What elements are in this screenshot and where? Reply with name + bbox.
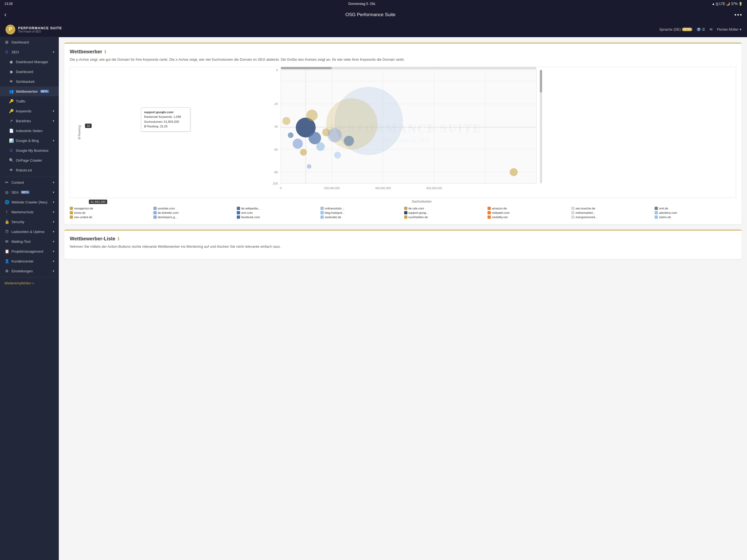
legend-dot	[320, 207, 324, 210]
sidebar-item-weiterempfehlen[interactable]: Weiterempfehlen »	[0, 278, 59, 288]
info-icon-wettbewerber[interactable]: ℹ	[104, 49, 106, 54]
legend-label: support.goog...	[409, 211, 429, 214]
svg-point-37	[328, 128, 342, 142]
einstellungen-icon: ⚙	[4, 269, 9, 273]
markenschutz-icon: !	[4, 210, 9, 214]
sea-beta-badge: BETA	[21, 190, 29, 194]
legend-item: onlinesolutio...	[320, 207, 402, 210]
legend-item: seo-kueche.de	[571, 207, 653, 210]
legend-item: advidera.com	[654, 211, 736, 214]
sidebar-item-traffic[interactable]: 🔑 Traffic	[0, 96, 59, 106]
language-button[interactable]: Sprache (DE) 25741	[659, 27, 692, 31]
sidebar-label-dashboard: Dashboard	[11, 40, 29, 44]
more-options-button[interactable]: •••	[735, 12, 743, 18]
legend-dot	[237, 215, 240, 219]
y-axis-label: Ø Ranking	[78, 125, 81, 139]
legend-item: seobility.net	[488, 215, 569, 219]
sidebar-label-mailing: Mailing-Tool	[11, 239, 30, 244]
sidebar-item-einstellungen[interactable]: ⚙ Einstellungen ▾	[0, 266, 59, 276]
sidebar-item-kundencenter[interactable]: 👤 Kundencenter ▾	[0, 256, 59, 266]
sidebar-item-robots[interactable]: 👁 Robots.txt	[0, 165, 59, 175]
task-badge: 7	[697, 28, 701, 31]
sidebar-item-content[interactable]: ✏ Content ▾	[0, 177, 59, 187]
sidebar-item-sea[interactable]: ◎ SEA BETA ▾	[0, 187, 59, 197]
header-right: Sprache (DE) 25741 7 ☰ ✉ Florian Müller …	[659, 27, 742, 31]
robots-icon: 👁	[9, 168, 14, 172]
tasks-button[interactable]: 7 ☰	[697, 27, 705, 31]
sidebar-item-backlinks[interactable]: ↗ Backlinks ▾	[0, 116, 59, 126]
legend-dot	[488, 211, 491, 214]
divider2	[0, 277, 59, 277]
legend-dot	[404, 215, 407, 219]
main-layout: ⊞ Dashboard G SEO ▾ ◉ Dashboard Manager …	[0, 37, 747, 560]
sidebar-label-dashboard2: Dashboard	[16, 70, 33, 74]
svg-point-33	[288, 132, 294, 138]
card-desc-wettbewerber: Die y-Achse zeigt, wie gut die Domain fü…	[70, 57, 736, 62]
notification-badge: 25741	[682, 28, 692, 31]
sidebar-item-wettbewerber[interactable]: 👥 Wettbewerber BETA	[0, 86, 59, 96]
legend-dot	[70, 207, 73, 210]
sidebar-item-dashboard[interactable]: ⊞ Dashboard	[0, 37, 59, 47]
sidebar-item-sichtbarkeit[interactable]: 👁 Sichtbarkeit	[0, 77, 59, 86]
legend-item: suchhelden.de	[404, 215, 486, 219]
svg-text:60: 60	[275, 148, 278, 151]
svg-point-39	[282, 117, 290, 125]
sidebar-item-ladezeiten[interactable]: ⏱ Ladezeiten & Uptime ▾	[0, 227, 59, 236]
logo-text: PERFORMANCE SUITE The Future of SEO	[18, 26, 62, 33]
chart-legend: seoagentur.deyoutube.comde.wikipedia...o…	[70, 207, 736, 219]
back-button[interactable]: ‹	[4, 11, 6, 18]
tooltip-domain: support.google.com:	[144, 110, 187, 115]
sidebar-label-weiterempfehlen: Weiterempfehlen »	[4, 281, 34, 285]
mail-button[interactable]: ✉	[710, 27, 713, 31]
legend-label: sistrix.de	[659, 215, 671, 219]
signal-icon: ▲ |||	[712, 2, 719, 6]
tooltip-ranking: Ø Ranking: 32,26	[144, 124, 187, 129]
onpage-icon: 🔍	[9, 158, 14, 162]
svg-point-29	[309, 131, 321, 144]
legend-label: developers.g...	[158, 215, 177, 219]
sidebar-item-google-my-business[interactable]: G Google My Business	[0, 146, 59, 155]
app-header: P PERFORMANCE SUITE The Future of SEO Sp…	[0, 22, 747, 37]
legend-label: neilpatel.com	[492, 211, 510, 214]
sidebar-item-dashboard2[interactable]: ◉ Dashboard	[0, 67, 59, 77]
legend-label: omr.com	[241, 211, 253, 214]
projektmanagement-icon: 📋	[4, 249, 9, 253]
legend-item: support.goog...	[404, 211, 486, 214]
chevron-security-icon: ▾	[53, 220, 54, 224]
sidebar-item-keywords[interactable]: 🔑 Keywords ▾	[0, 106, 59, 116]
legend-label: suchhelden.de	[409, 215, 428, 219]
svg-text:20: 20	[275, 102, 278, 105]
sidebar-label-traffic: Traffic	[16, 99, 25, 103]
logo-area: P PERFORMANCE SUITE The Future of SEO	[5, 25, 62, 34]
legend-dot	[404, 207, 407, 210]
sidebar-item-mailing[interactable]: ✉ Mailing-Tool ▾	[0, 236, 59, 246]
info-icon-liste[interactable]: ℹ	[118, 236, 119, 241]
content-icon: ✏	[4, 180, 9, 184]
svg-text:80: 80	[275, 170, 278, 174]
card-title-wettbewerber-liste: Wettbewerber-Liste ℹ	[70, 236, 736, 242]
user-menu[interactable]: Florian Müller ▾	[717, 27, 742, 31]
sea-icon: ◎	[4, 190, 9, 195]
google-my-business-icon: G	[9, 148, 14, 153]
sichtbarkeit-icon: 👁	[9, 79, 14, 84]
sidebar-item-indexierte[interactable]: 📄 Indexierte Seiten	[0, 126, 59, 136]
sidebar-item-security[interactable]: 🔒 Security ▾	[0, 217, 59, 227]
legend-dot	[571, 215, 574, 219]
sidebar-item-seo[interactable]: G SEO ▾	[0, 47, 59, 57]
logo-icon: P	[5, 25, 15, 34]
sidebar-item-dashboard-manager[interactable]: ◉ Dashboard Manager	[0, 57, 59, 67]
sidebar-item-google-bing[interactable]: 📊 Google & Bing ▾	[0, 136, 59, 146]
sidebar-item-website-crawler[interactable]: 🌐 Website Crawler (Neu) ▾	[0, 197, 59, 207]
svg-point-38	[344, 136, 354, 146]
svg-point-32	[300, 149, 307, 156]
bubble-chart: Ø Ranking	[70, 67, 736, 198]
legend-label: seokratie.de	[325, 215, 341, 219]
sidebar-item-markenschutz[interactable]: ! Markenschutz ▾	[0, 207, 59, 217]
battery-label: 37%	[731, 2, 738, 6]
sidebar-label-indexierte: Indexierte Seiten	[16, 129, 43, 133]
sidebar-item-onpage[interactable]: 🔍 OnPage Crawler	[0, 155, 59, 165]
card-title-wettbewerber: Wettbewerber ℹ	[70, 49, 736, 55]
svg-text:400,000,000: 400,000,000	[375, 186, 391, 189]
status-date: Donnerstag 5. Okt.	[349, 2, 376, 6]
sidebar-item-projektmanagement[interactable]: 📋 Projektmanagement ▾	[0, 246, 59, 256]
